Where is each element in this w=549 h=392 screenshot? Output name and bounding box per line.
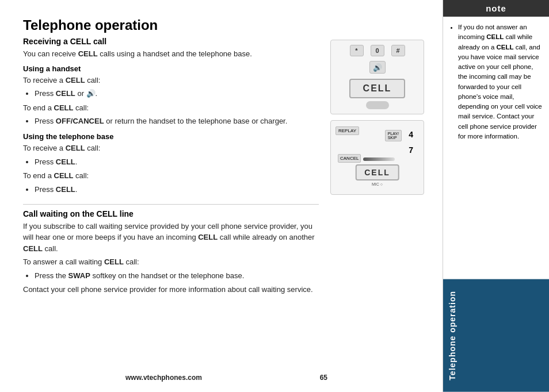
replay-button-img: REPLAY [336,126,359,135]
num-4: 4 [409,130,413,139]
handset-press2-item: Press OFF/CANCEL or return the handset t… [35,116,319,128]
divider [23,204,319,205]
base-end: To end a CELL call: [23,170,319,182]
handset-end: To end a CELL call: [23,102,319,114]
handset-heading: Using a handset [23,64,319,73]
mic-label: MIC ○ [372,182,383,186]
mic-area: MIC ○ [372,179,383,187]
base-press2-list: Press CELL. [23,184,319,196]
section2-para1: If you subscribe to call waiting service… [23,221,319,255]
section2-heading: Call waiting on the CELL line [23,209,319,218]
num-7: 7 [409,145,413,155]
cell-button-handset: CELL [349,79,406,98]
page-number: 65 [320,374,327,382]
section2-bullet-item: Press the SWAP softkey on the handset or… [35,270,319,282]
main-content: Telephone operation Receiving a CELL cal… [0,0,443,392]
handset-image: * 0 # 🔊 CELL [330,40,424,114]
oval-decoration [366,101,389,109]
cancel-button-img: CANCEL [338,154,361,163]
footer-url: www.vtechphones.com [0,374,327,382]
note-box: note [443,0,549,17]
base-receive: To receive a CELL call: [23,143,319,154]
note-bullet: If you do not answer an incoming CELL ca… [458,22,542,141]
right-panel: note If you do not answer an incoming CE… [443,0,549,392]
base-press2-item: Press CELL. [35,184,319,196]
handset-press2-list: Press OFF/CANCEL or return the handset t… [23,116,319,128]
content-area: Receiving a CELL call You can receive CE… [23,37,425,298]
base-press1-item: Press CELL. [35,156,319,168]
handset-press1-list: Press CELL or 🔊. [23,88,319,100]
base-layout: REPLAY PLAY/SKIP 4 7 CANCEL CELL MIC ○ [336,125,419,190]
play-skip-button-img: PLAY/SKIP [385,130,402,141]
side-tab: Telephone operation [443,279,549,392]
key-star: * [350,45,364,56]
base-cell-area: CELL [355,164,399,180]
handset-press1-item: Press CELL or 🔊. [35,88,319,100]
vol-slider-img [363,157,395,161]
section1-heading: Receiving a CELL call [23,37,319,46]
note-content: If you do not answer an incoming CELL ca… [443,17,549,279]
key-zero: 0 [371,45,384,56]
page-title: Telephone operation [23,17,425,33]
images-column: * 0 # 🔊 CELL REPLAY PLAY/SKIP 4 7 [330,40,425,298]
text-column: Receiving a CELL call You can receive CE… [23,37,319,298]
section2-para3: Contact your cell phone service provider… [23,284,319,295]
section2-para2: To answer a call waiting CELL call: [23,256,319,268]
base-image: REPLAY PLAY/SKIP 4 7 CANCEL CELL MIC ○ [330,120,424,195]
intro-text: You can receive CELL calls using a hands… [23,48,319,60]
section2-bullet-list: Press the SWAP softkey on the handset or… [23,270,319,282]
keypad-layout: * 0 # 🔊 CELL [331,40,424,114]
speaker-key: 🔊 [369,61,386,74]
handset-receive: To receive a CELL call: [23,75,319,86]
keypad-top-row: * 0 # [350,45,405,56]
key-hash: # [391,45,405,56]
base-press1-list: Press CELL. [23,156,319,168]
cancel-vol-row: CANCEL [338,154,395,164]
base-heading: Using the telephone base [23,132,319,141]
cell-button-base: CELL [355,164,399,180]
